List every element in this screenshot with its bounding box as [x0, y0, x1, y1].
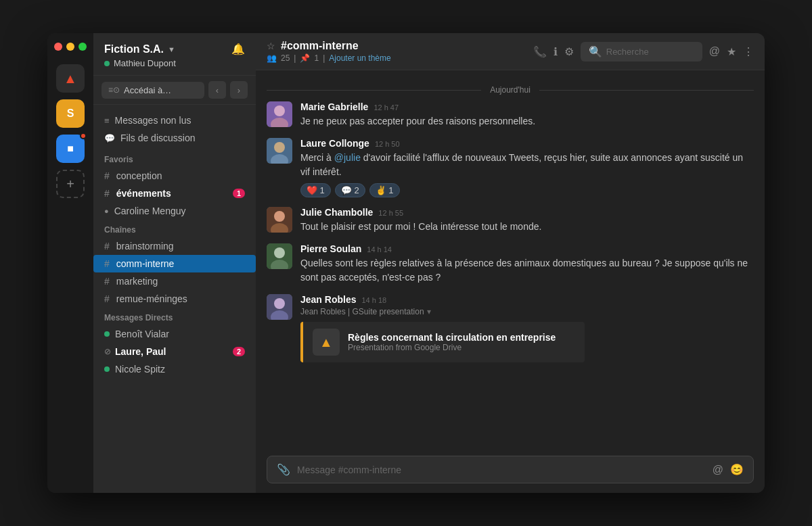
dm-benoit[interactable]: Benoît Vialar — [93, 325, 256, 343]
sidebar: Fiction S.A. ▼ 🔔 Mathieu Dupont ≡⊙ Accéd… — [93, 33, 256, 493]
nav-bar: ≡⊙ Accédai à… ‹ › — [93, 76, 256, 105]
caroline-label: Caroline Menguy — [114, 206, 186, 216]
online-status-dot — [104, 61, 110, 66]
message-input-bar: 📎 @ 😊 — [256, 449, 765, 493]
attach-title: Règles concernant la circulation en entr… — [348, 332, 556, 343]
main-content: ☆ #comm-interne 👥 25 | 📌 1 | Ajouter un … — [256, 33, 765, 493]
call-icon[interactable]: 📞 — [533, 45, 547, 58]
add-theme-link[interactable]: Ajouter un thème — [329, 53, 390, 63]
evenements-badge: 1 — [233, 189, 245, 198]
attachment-icon[interactable]: 📎 — [277, 463, 290, 476]
search-icon: 🔍 — [589, 45, 602, 58]
msg-header-pierre: Pierre Soulan 14 h 14 — [300, 243, 754, 254]
header-right: 📞 ℹ ⚙ 🔍 @ ★ ⋮ — [533, 42, 754, 62]
threads-icon: 💬 — [104, 133, 115, 143]
reaction-v[interactable]: ✌️ 1 — [369, 183, 400, 197]
workspace-orange-icon[interactable]: S — [56, 99, 85, 128]
msg-body-jean: Jean Robles 14 h 18 Jean Robles | GSuite… — [300, 294, 754, 362]
msg-text-julie: Tout le plaisir est pour moi ! Cela inté… — [300, 220, 754, 234]
nav-search[interactable]: ≡⊙ Accédai à… — [102, 82, 204, 99]
info-icon[interactable]: ℹ — [554, 45, 558, 58]
minimize-button[interactable] — [66, 43, 74, 51]
channel-comm-interne-label: comm-interne — [116, 258, 175, 269]
attach-info: Règles concernant la circulation en entr… — [348, 332, 556, 352]
dm-nicole[interactable]: Nicole Spitz — [93, 360, 256, 378]
msg-time-laure: 12 h 50 — [375, 140, 400, 148]
messages-area[interactable]: Aujourd'hui Marie Gabrielle 12 h 47 Je n… — [256, 70, 765, 449]
bookmark-icon[interactable]: ★ — [727, 45, 736, 58]
channel-marketing[interactable]: # marketing — [93, 272, 256, 290]
msg-time-jean: 14 h 18 — [361, 296, 386, 304]
msg-body-julie: Julie Chambolle 12 h 55 Tout le plaisir … — [300, 207, 754, 234]
nav-forward-button[interactable]: › — [230, 81, 248, 99]
search-box[interactable]: 🔍 — [581, 42, 702, 62]
separator2: | — [323, 53, 325, 63]
at-mention-icon[interactable]: @ — [713, 464, 723, 476]
dm-title: Messages Directs — [93, 308, 256, 325]
favoris-title: Favoris — [93, 149, 256, 167]
hash-icon: # — [104, 188, 110, 199]
hash-icon: # — [104, 170, 110, 181]
svg-point-13 — [274, 298, 285, 309]
workspace-blue-icon[interactable]: ■ — [56, 135, 85, 163]
avatar-laure — [267, 138, 292, 164]
workspace-main-icon[interactable]: ▲ — [56, 64, 85, 93]
channel-conception[interactable]: # conception — [93, 167, 256, 185]
channel-brainstorming[interactable]: # brainstorming — [93, 237, 256, 255]
at-icon[interactable]: @ — [709, 45, 720, 57]
message-input-container: 📎 @ 😊 — [267, 456, 754, 483]
workspace-name[interactable]: Fiction S.A. ▼ 🔔 — [104, 43, 245, 55]
dm-dot-caroline: ● — [104, 207, 109, 215]
threads-item[interactable]: 💬 Fils de discussion — [93, 129, 256, 147]
dm-nicole-label: Nicole Spitz — [115, 364, 165, 375]
channel-title: #comm-interne — [281, 40, 359, 52]
unreads-item[interactable]: ≡ Messages non lus — [93, 112, 256, 129]
msg-author-marie: Marie Gabrielle — [300, 101, 368, 112]
caroline-item[interactable]: ● Caroline Menguy — [93, 202, 256, 220]
more-icon[interactable]: ⋮ — [743, 45, 754, 58]
unreads-icon: ≡ — [104, 116, 110, 126]
msg-author-pierre: Pierre Soulan — [300, 243, 361, 254]
channel-evenements[interactable]: # événements 1 — [93, 185, 256, 202]
search-input[interactable] — [606, 47, 694, 57]
msg-body-laure: Laure Collonge 12 h 50 Merci à @julie d'… — [300, 138, 754, 197]
dm-icon-laure: ⊘ — [104, 347, 110, 356]
add-workspace-button[interactable]: + — [56, 170, 85, 198]
dm-dot-benoit — [104, 331, 110, 337]
sidebar-header: Fiction S.A. ▼ 🔔 Mathieu Dupont — [93, 33, 256, 76]
attachment-card[interactable]: ▲ Règles concernant la circulation en en… — [300, 322, 585, 362]
nav-back-button[interactable]: ‹ — [208, 81, 226, 99]
dm-laure-paul[interactable]: ⊘ Laure, Paul 2 — [93, 343, 256, 360]
channel-conception-label: conception — [116, 170, 162, 181]
channel-comm-interne[interactable]: # comm-interne — [93, 255, 256, 272]
maximize-button[interactable] — [78, 43, 87, 51]
channel-members: 25 — [281, 53, 290, 63]
msg-body-marie: Marie Gabrielle 12 h 47 Je ne peux pas a… — [300, 101, 754, 128]
date-divider: Aujourd'hui — [267, 85, 754, 95]
channel-meta: 👥 25 | 📌 1 | Ajouter un thème — [267, 53, 391, 63]
reaction-heart[interactable]: ❤️ 1 — [300, 183, 331, 197]
main-header: ☆ #comm-interne 👥 25 | 📌 1 | Ajouter un … — [256, 33, 765, 70]
msg-body-pierre: Pierre Soulan 14 h 14 Quelles sont les r… — [300, 243, 754, 285]
star-icon[interactable]: ☆ — [267, 41, 275, 51]
channel-brainstorming-label: brainstorming — [116, 241, 174, 252]
avatar-jean — [267, 294, 292, 320]
attach-sub: Presentation from Google Drive — [348, 343, 556, 352]
emoji-icon[interactable]: 😊 — [730, 463, 744, 476]
app-window: ▲ S ■ + Fiction S.A. ▼ 🔔 Mathieu Dupont … — [47, 33, 765, 493]
reaction-chat[interactable]: 💬 2 — [335, 183, 365, 197]
user-status: Mathieu Dupont — [104, 58, 245, 68]
message-julie: Julie Chambolle 12 h 55 Tout le plaisir … — [267, 207, 754, 234]
close-button[interactable] — [54, 43, 62, 51]
bell-icon[interactable]: 🔔 — [231, 43, 245, 55]
channel-evenements-label: événements — [116, 188, 171, 199]
settings-icon[interactable]: ⚙ — [564, 45, 574, 58]
threads-label: Fils de discussion — [120, 133, 196, 143]
message-laure: Laure Collonge 12 h 50 Merci à @julie d'… — [267, 138, 754, 197]
window-controls — [54, 43, 87, 51]
laure-paul-badge: 2 — [233, 347, 245, 356]
channel-remue-meninges[interactable]: # remue-méninges — [93, 290, 256, 308]
gsuite-label: Jean Robles | GSuite presentation ▾ — [300, 307, 754, 316]
message-input[interactable] — [297, 464, 706, 475]
avatar-pierre — [267, 243, 292, 269]
